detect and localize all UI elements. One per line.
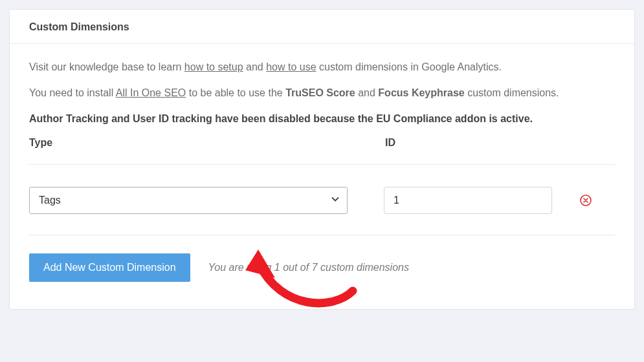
type-select-wrap: Tags — [29, 187, 348, 214]
type-select[interactable]: Tags — [29, 187, 348, 214]
id-input[interactable] — [384, 187, 552, 214]
text: You need to install — [29, 87, 116, 98]
intro-line-2: You need to install All In One SEO to be… — [29, 85, 615, 101]
divider — [29, 164, 615, 165]
text: custom dimensions in Google Analytics. — [316, 61, 502, 72]
remove-row-button[interactable] — [579, 194, 592, 207]
text: to be able to use the — [186, 87, 285, 98]
link-how-to-setup[interactable]: how to setup — [184, 61, 243, 72]
table-header: Type ID — [29, 137, 615, 162]
close-circle-icon — [580, 195, 592, 206]
card-title: Custom Dimensions — [10, 10, 634, 44]
text: custom dimensions. — [465, 87, 559, 98]
column-header-id: ID — [385, 137, 615, 162]
custom-dimensions-card: Custom Dimensions Visit our knowledge ba… — [9, 9, 635, 310]
text: Visit our knowledge base to learn — [29, 61, 184, 72]
text: and — [355, 87, 379, 98]
intro-text: Visit our knowledge base to learn how to… — [29, 59, 615, 127]
footer-row: Add New Custom Dimension You are using 1… — [29, 253, 615, 301]
link-how-to-use[interactable]: how to use — [266, 61, 316, 72]
strong-focus-keyphrase: Focus Keyphrase — [378, 87, 464, 98]
divider — [29, 235, 615, 235]
intro-warning: Author Tracking and User ID tracking hav… — [29, 111, 615, 127]
add-dimension-button[interactable]: Add New Custom Dimension — [29, 253, 190, 282]
column-header-type: Type — [29, 137, 385, 162]
dimension-row: Tags — [29, 187, 615, 214]
text: and — [243, 61, 267, 72]
card-body: Visit our knowledge base to learn how to… — [10, 44, 634, 309]
type-select-value: Tags — [39, 195, 61, 206]
link-aioseo[interactable]: All In One SEO — [116, 87, 186, 98]
usage-text: You are using 1 out of 7 custom dimensio… — [208, 262, 409, 273]
intro-line-1: Visit our knowledge base to learn how to… — [29, 59, 615, 75]
strong-truseo: TruSEO Score — [285, 87, 355, 98]
